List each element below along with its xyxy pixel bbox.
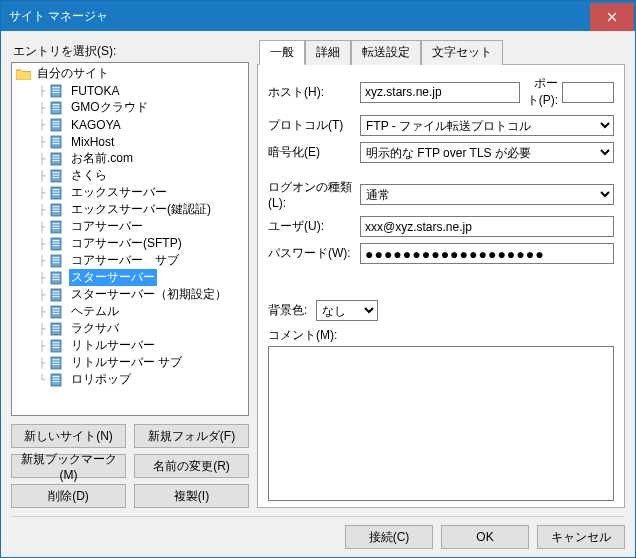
password-input[interactable]: ●●●●●●●●●●●●●●●●●●● <box>360 243 614 264</box>
site-tree[interactable]: 自分のサイト├FUTOKA├GMOクラウド├KAGOYA├MixHost├お名前… <box>11 62 249 416</box>
tree-branch-icon: ├ <box>34 323 50 334</box>
tree-site-item[interactable]: ├KAGOYA <box>12 116 248 133</box>
server-icon <box>50 203 66 217</box>
tree-root-label: 自分のサイト <box>35 65 111 82</box>
server-icon <box>50 118 66 132</box>
svg-rect-56 <box>51 323 61 335</box>
svg-rect-64 <box>51 357 61 369</box>
server-icon <box>50 254 66 268</box>
tree-branch-icon: ├ <box>34 170 50 181</box>
tree-site-item[interactable]: ├エックスサーバー <box>12 184 248 201</box>
svg-rect-59 <box>53 330 60 331</box>
tree-site-item[interactable]: ├リトルサーバー <box>12 337 248 354</box>
tree-site-label: コアサーバー(SFTP) <box>69 235 184 252</box>
tree-branch-icon: ├ <box>34 85 50 96</box>
tree-site-item[interactable]: ├FUTOKA <box>12 82 248 99</box>
svg-rect-50 <box>53 293 60 294</box>
tree-site-item[interactable]: ├ヘテムル <box>12 303 248 320</box>
tree-site-label: スターサーバー（初期設定） <box>69 286 229 303</box>
tree-site-item[interactable]: ├コアサーバー(SFTP) <box>12 235 248 252</box>
svg-rect-6 <box>53 106 60 107</box>
svg-rect-24 <box>51 187 61 199</box>
svg-rect-40 <box>51 255 61 267</box>
svg-rect-11 <box>53 126 60 127</box>
tree-branch-icon: ├ <box>34 272 50 283</box>
svg-rect-30 <box>53 208 60 209</box>
svg-rect-48 <box>51 289 61 301</box>
svg-rect-51 <box>53 296 60 297</box>
server-icon <box>50 220 66 234</box>
server-icon <box>50 305 66 319</box>
tree-site-item[interactable]: ├コアサーバー <box>12 218 248 235</box>
server-icon <box>50 288 66 302</box>
server-icon <box>50 237 66 251</box>
close-button[interactable] <box>590 3 634 31</box>
tab-transfer[interactable]: 転送設定 <box>351 40 421 65</box>
select-entry-label: エントリを選択(S): <box>13 43 249 60</box>
window-title: サイト マネージャ <box>9 8 590 25</box>
host-label: ホスト(H): <box>268 84 360 101</box>
tree-branch-icon: ├ <box>34 306 50 317</box>
comment-textarea[interactable] <box>268 346 614 501</box>
tab-general[interactable]: 一般 <box>259 40 305 65</box>
host-input[interactable] <box>360 82 520 103</box>
svg-rect-53 <box>53 308 60 309</box>
logon-type-select[interactable]: 通常 <box>360 184 614 205</box>
user-input[interactable] <box>360 216 614 237</box>
svg-rect-57 <box>53 325 60 326</box>
duplicate-button[interactable]: 複製(I) <box>134 484 249 508</box>
svg-rect-46 <box>53 276 60 277</box>
tree-site-label: ロリポップ <box>69 371 133 388</box>
tree-site-item[interactable]: ├さくら <box>12 167 248 184</box>
tree-branch-icon: ├ <box>34 238 50 249</box>
svg-rect-7 <box>53 109 60 110</box>
tab-bar: 一般 詳細 転送設定 文字セット <box>259 39 625 64</box>
server-icon <box>50 373 66 387</box>
tree-root[interactable]: 自分のサイト <box>12 65 248 82</box>
ok-button[interactable]: OK <box>441 525 529 549</box>
tab-charset[interactable]: 文字セット <box>421 40 503 65</box>
svg-rect-28 <box>51 204 61 216</box>
rename-button[interactable]: 名前の変更(R) <box>134 454 249 478</box>
tree-site-label: お名前.com <box>69 150 135 167</box>
tree-branch-icon: ├ <box>34 340 50 351</box>
svg-rect-14 <box>53 140 60 141</box>
tree-site-label: ラクサバ <box>69 320 121 337</box>
svg-rect-36 <box>51 238 61 250</box>
svg-rect-10 <box>53 123 60 124</box>
protocol-select[interactable]: FTP - ファイル転送プロトコル <box>360 115 614 136</box>
tree-site-item[interactable]: ├ラクサバ <box>12 320 248 337</box>
new-site-button[interactable]: 新しいサイト(N) <box>11 424 126 448</box>
cancel-button[interactable]: キャンセル <box>537 525 625 549</box>
tree-site-item[interactable]: ├エックスサーバー(鍵認証) <box>12 201 248 218</box>
tree-branch-icon: ├ <box>34 153 50 164</box>
tree-site-item[interactable]: ├GMOクラウド <box>12 99 248 116</box>
tree-site-item[interactable]: ├お名前.com <box>12 150 248 167</box>
tree-site-item[interactable]: ├コアサーバー サブ <box>12 252 248 269</box>
bgcolor-select[interactable]: なし <box>316 300 378 321</box>
tree-site-item[interactable]: └ロリポップ <box>12 371 248 388</box>
tree-site-item[interactable]: ├スターサーバー（初期設定） <box>12 286 248 303</box>
tab-advanced[interactable]: 詳細 <box>305 40 351 65</box>
tree-site-item[interactable]: ├MixHost <box>12 133 248 150</box>
svg-rect-66 <box>53 361 60 362</box>
encryption-label: 暗号化(E) <box>268 144 360 161</box>
new-folder-button[interactable]: 新規フォルダ(F) <box>134 424 249 448</box>
port-input[interactable] <box>562 82 614 103</box>
encryption-select[interactable]: 明示的な FTP over TLS が必要 <box>360 142 614 163</box>
tree-branch-icon: ├ <box>34 102 50 113</box>
server-icon <box>50 186 66 200</box>
svg-rect-31 <box>53 211 60 212</box>
tree-site-item[interactable]: ├スターサーバー <box>12 269 248 286</box>
svg-rect-2 <box>53 89 60 90</box>
tree-site-item[interactable]: ├リトルサーバー サブ <box>12 354 248 371</box>
svg-rect-19 <box>53 160 60 161</box>
connect-button[interactable]: 接続(C) <box>345 525 433 549</box>
tree-branch-icon: ├ <box>34 119 50 130</box>
delete-button[interactable]: 削除(D) <box>11 484 126 508</box>
password-label: パスワード(W): <box>268 245 360 262</box>
new-bookmark-button[interactable]: 新規ブックマーク(M) <box>11 454 126 478</box>
svg-rect-20 <box>51 170 61 182</box>
logon-type-label: ログオンの種類(L): <box>268 179 360 210</box>
server-icon <box>50 135 66 149</box>
